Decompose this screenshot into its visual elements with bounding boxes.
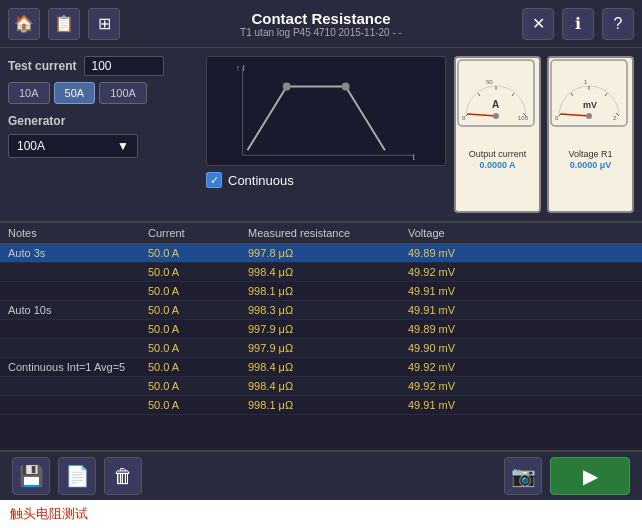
table-area[interactable]: Notes Current Measured resistance Voltag… — [0, 223, 642, 450]
export-button[interactable]: 📄 — [58, 457, 96, 495]
cell-voltage: 49.90 mV — [400, 339, 642, 358]
output-current-gauge: A 0 50 100 — [456, 58, 539, 148]
col-voltage: Voltage — [400, 223, 642, 244]
table-row[interactable]: Auto 10s50.0 A998.3 μΩ49.91 mV — [0, 301, 642, 320]
btn-100a[interactable]: 100A — [99, 82, 147, 104]
test-current-input[interactable] — [84, 56, 164, 76]
cell-current: 50.0 A — [140, 358, 240, 377]
output-current-meter: A 0 50 100 Output current 0.0000 A — [454, 56, 541, 213]
page-title: Contact Resistance — [120, 10, 522, 27]
cell-resistance: 998.1 μΩ — [240, 396, 400, 415]
bottom-bar: 💾 📄 🗑 📷 ▶ — [0, 450, 642, 500]
table-row[interactable]: 50.0 A998.1 μΩ49.91 mV — [0, 282, 642, 301]
cell-resistance: 998.4 μΩ — [240, 358, 400, 377]
data-table: Notes Current Measured resistance Voltag… — [0, 223, 642, 415]
delete-button[interactable]: 🗑 — [104, 457, 142, 495]
grid-button[interactable]: ⊞ — [88, 8, 120, 40]
output-current-label: Output current — [456, 148, 539, 160]
current-buttons: 10A 50A 100A — [8, 82, 198, 104]
cell-current: 50.0 A — [140, 320, 240, 339]
cell-resistance: 998.3 μΩ — [240, 301, 400, 320]
voltage-r1-meter: mV 0 1 2 Voltage R1 0.0000 μV — [547, 56, 634, 213]
cell-resistance: 998.4 μΩ — [240, 263, 400, 282]
btn-10a[interactable]: 10A — [8, 82, 50, 104]
btn-50a[interactable]: 50A — [54, 82, 96, 104]
cell-voltage: 49.89 mV — [400, 320, 642, 339]
top-bar-right: ✕ ℹ ? — [522, 8, 634, 40]
cell-current: 50.0 A — [140, 263, 240, 282]
cell-voltage: 49.91 mV — [400, 396, 642, 415]
cell-resistance: 997.9 μΩ — [240, 320, 400, 339]
center-panel: ↑ I t ✓ Continuous — [206, 56, 446, 213]
cell-voltage: 49.92 mV — [400, 358, 642, 377]
top-bar: 🏠 📋 ⊞ Contact Resistance T1 utan log P45… — [0, 0, 642, 48]
cell-notes: Continuous Int=1 Avg=5 — [0, 358, 140, 377]
generator-value: 100A — [17, 139, 45, 153]
close-button[interactable]: ✕ — [522, 8, 554, 40]
main-content: Test current 10A 50A 100A Generator 100A… — [0, 48, 642, 500]
cell-notes — [0, 320, 140, 339]
cell-voltage: 49.92 mV — [400, 377, 642, 396]
col-notes: Notes — [0, 223, 140, 244]
cell-notes — [0, 396, 140, 415]
svg-text:t: t — [412, 152, 415, 162]
info-button[interactable]: ℹ — [562, 8, 594, 40]
cell-current: 50.0 A — [140, 339, 240, 358]
cell-voltage: 49.91 mV — [400, 301, 642, 320]
camera-button[interactable]: 📷 — [504, 457, 542, 495]
table-header-row: Notes Current Measured resistance Voltag… — [0, 223, 642, 244]
cell-notes — [0, 339, 140, 358]
top-bar-center: Contact Resistance T1 utan log P45 4710 … — [120, 10, 522, 38]
table-row[interactable]: 50.0 A997.9 μΩ49.89 mV — [0, 320, 642, 339]
svg-text:50: 50 — [486, 79, 493, 85]
cell-resistance: 998.1 μΩ — [240, 282, 400, 301]
page-subtitle: T1 utan log P45 4710 2015-11-20 - - — [120, 27, 522, 38]
footer: 触头电阻测试 — [0, 500, 642, 528]
upper-panel: Test current 10A 50A 100A Generator 100A… — [0, 48, 642, 223]
generator-select[interactable]: 100A ▼ — [8, 134, 138, 158]
cell-current: 50.0 A — [140, 396, 240, 415]
chevron-down-icon: ▼ — [117, 139, 129, 153]
cell-notes: Auto 3s — [0, 244, 140, 263]
table-row[interactable]: Continuous Int=1 Avg=550.0 A998.4 μΩ49.9… — [0, 358, 642, 377]
waveform-svg: ↑ I t — [207, 57, 445, 165]
table-row[interactable]: 50.0 A998.4 μΩ49.92 mV — [0, 377, 642, 396]
table-row[interactable]: Auto 3s50.0 A997.8 μΩ49.89 mV — [0, 244, 642, 263]
voltage-r1-value: 0.0000 μV — [549, 160, 632, 172]
svg-point-2 — [283, 83, 291, 91]
table-row[interactable]: 50.0 A998.1 μΩ49.91 mV — [0, 396, 642, 415]
doc-button[interactable]: 📋 — [48, 8, 80, 40]
table-row[interactable]: 50.0 A998.4 μΩ49.92 mV — [0, 263, 642, 282]
table-row[interactable]: 50.0 A997.9 μΩ49.90 mV — [0, 339, 642, 358]
continuous-checkbox[interactable]: ✓ — [206, 172, 222, 188]
waveform-area: ↑ I t — [206, 56, 446, 166]
cell-notes: Auto 10s — [0, 301, 140, 320]
left-controls: Test current 10A 50A 100A Generator 100A… — [8, 56, 198, 213]
svg-point-25 — [586, 113, 592, 119]
voltage-r1-label: Voltage R1 — [549, 148, 632, 160]
right-meters: A 0 50 100 Output current 0.0000 A — [454, 56, 634, 213]
save-button[interactable]: 💾 — [12, 457, 50, 495]
bottom-right-buttons: 📷 ▶ — [504, 457, 630, 495]
cell-notes — [0, 282, 140, 301]
col-current: Current — [140, 223, 240, 244]
cell-voltage: 49.92 mV — [400, 263, 642, 282]
test-current-label: Test current — [8, 59, 76, 73]
help-button[interactable]: ? — [602, 8, 634, 40]
svg-text:mV: mV — [583, 100, 597, 110]
cell-resistance: 997.9 μΩ — [240, 339, 400, 358]
top-bar-left: 🏠 📋 ⊞ — [8, 8, 120, 40]
generator-label: Generator — [8, 114, 198, 128]
svg-point-13 — [493, 113, 499, 119]
cell-notes — [0, 377, 140, 396]
footer-text: 触头电阻测试 — [10, 505, 88, 523]
cell-notes — [0, 263, 140, 282]
continuous-row: ✓ Continuous — [206, 172, 446, 188]
cell-resistance: 997.8 μΩ — [240, 244, 400, 263]
play-button[interactable]: ▶ — [550, 457, 630, 495]
cell-voltage: 49.91 mV — [400, 282, 642, 301]
home-button[interactable]: 🏠 — [8, 8, 40, 40]
svg-text:100: 100 — [518, 115, 529, 121]
cell-current: 50.0 A — [140, 282, 240, 301]
svg-text:A: A — [492, 99, 499, 110]
